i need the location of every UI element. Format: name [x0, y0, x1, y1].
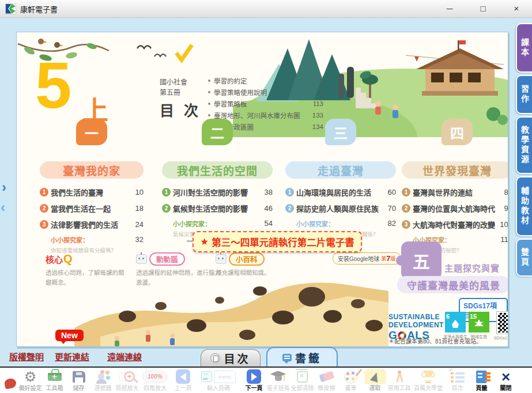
page-tabs-button[interactable]: 頁籤	[470, 368, 493, 392]
toc-entry: 1河川對生活空間的影響38	[162, 187, 273, 198]
google-earth-badge: 安裝Google地球 第7版	[333, 252, 401, 264]
side-tab-textbook[interactable]: 課本	[516, 23, 532, 73]
tab-bookmarks[interactable]: 書籤	[266, 347, 338, 366]
page-input-icon: menu	[201, 371, 236, 383]
unit-4-title: 世界發現臺灣	[402, 161, 508, 179]
magnifier-plus-icon	[119, 371, 135, 383]
side-tab-workbook[interactable]: 習作	[516, 75, 532, 114]
intro-item: 學習策略使用說明6	[208, 88, 323, 97]
side-tab-auxiliary-materials[interactable]: 輔助教材	[516, 176, 532, 236]
remote-connection-link[interactable]: 遠端連線	[107, 350, 142, 362]
window-title: 康軒電子書	[20, 3, 58, 14]
next-page-arrow-icon[interactable]: ›	[2, 182, 6, 193]
robot-icon	[216, 254, 227, 264]
unit-4-icon: 四	[442, 119, 473, 145]
toc-entry: 3大航海時代對臺灣的改變100	[402, 219, 508, 230]
unit-column-4: 四 世界發現臺灣 1臺灣與世界的連結88 2臺灣的位置與大航海時代92 3大航海…	[402, 119, 508, 254]
class-leader-button[interactable]: 電子班長	[266, 368, 290, 392]
grade-number: 5	[35, 55, 71, 116]
toc-entry: 2氣候對生活空間的影響46	[162, 203, 273, 214]
water-drop-icon	[452, 320, 459, 328]
toolbox-button[interactable]: 工具箱	[43, 368, 66, 392]
bullet-icon	[208, 80, 210, 82]
trophy-icon	[421, 371, 435, 383]
page-number-input-button[interactable]: menu 輸入頁碼	[195, 368, 242, 392]
clipboard-icon	[210, 353, 220, 363]
unit-column-2: 二 我們生活的空間 1河川對生活空間的影響38 2氣候對生活空間的影響46 小小…	[162, 119, 273, 238]
corner-zoom-button[interactable]: 100% 四角放大	[139, 368, 171, 392]
side-tab-teaching-resources[interactable]: 教學資源	[516, 116, 532, 174]
legend-brainstorm: 動動腦 透過課程的延伸問題，進行腦力激盪。	[136, 252, 224, 288]
save-icon	[73, 371, 85, 383]
bullet-icon	[208, 114, 210, 116]
clear-all-button[interactable]: 全部清除	[290, 368, 314, 392]
close-window-button[interactable]: ×	[510, 1, 523, 17]
toc-entry: 1臺灣與世界的連結88	[402, 187, 508, 198]
trash-icon	[297, 371, 308, 383]
tab-table-of-contents[interactable]: 目次	[201, 349, 261, 366]
minimize-button[interactable]: ─	[443, 1, 456, 17]
sdg-icon-15: 15 陸域生態	[469, 312, 489, 339]
quiz-hall-button[interactable]: 百萬大學堂	[412, 368, 445, 392]
copyright-link[interactable]: 版權聲明	[9, 350, 44, 362]
intro-item: 學習策略板113	[208, 99, 323, 108]
cursor-icon	[364, 369, 386, 384]
explorer-entry: 小小探究家：32 你知道電視節目有分級嗎？	[51, 235, 144, 254]
robot-icon	[136, 254, 147, 264]
volume-name: 第五冊	[160, 88, 201, 98]
next-page-button[interactable]: 下一頁	[242, 368, 266, 392]
close-app-button[interactable]: × 關閉	[494, 368, 518, 392]
preferences-button[interactable]: 偏好設定	[18, 368, 42, 392]
toc-entry: 2臺灣的位置與大航海時代92	[402, 203, 508, 214]
subject-name: 國小社會	[160, 77, 201, 88]
unit-column-1: 一 臺灣我的家 1我們生活的臺灣10 2當我們生活在一起18 3法律影響我們的生…	[40, 119, 144, 254]
common-tools-button[interactable]: 常用工具	[387, 368, 411, 392]
notice-banner: ★ 第三～四單元請執行第二片電子書	[193, 231, 362, 252]
unit-5-puzzle-icon: 五	[401, 241, 442, 279]
update-links-link[interactable]: 更新連結	[55, 350, 89, 362]
save-button[interactable]: 儲存	[67, 368, 90, 392]
app-logo-icon	[6, 4, 16, 14]
sdg-icon-6: 6 潔淨水與衛生	[443, 312, 467, 339]
book-page[interactable]: 5 上 國小社會 第五冊 目 次 學習的約定2 學習策略使用說明6 學習策略板1…	[16, 32, 508, 347]
gear-icon	[24, 370, 37, 384]
next-arrow-icon	[247, 369, 261, 384]
app-window: 康軒電子書 ─ □ × 課本 習作 教學資源 輔助教材 雙頁 › ‹	[0, 0, 532, 393]
bullet-icon	[208, 103, 210, 105]
star-icon: ★	[200, 236, 209, 247]
number-picker-button[interactable]: 選號器	[91, 368, 115, 392]
book-tabs-icon	[476, 371, 487, 383]
region-zoom-button[interactable]: 局部放大	[115, 368, 139, 392]
mascot-icon	[4, 377, 17, 389]
eraser-button[interactable]: 橡皮擦	[315, 368, 338, 392]
checklist-icon: ✓	[451, 371, 465, 383]
previous-page-button[interactable]: 上一頁	[171, 368, 195, 392]
qr-code-icon	[497, 312, 508, 334]
prev-arrow-icon	[176, 369, 190, 384]
select-tool-button[interactable]: 選取	[363, 368, 387, 392]
bookmark-bubble-icon	[282, 354, 292, 361]
flying-birds-illustration	[135, 39, 213, 63]
unit-2-icon: 二	[202, 119, 233, 145]
palette-icon	[344, 370, 358, 384]
eraser-icon	[319, 371, 334, 383]
close-icon: ×	[501, 370, 510, 384]
toc-entry: 2當我們生活在一起18	[40, 203, 144, 214]
sdg-note: ＊配合課本第80、81頁社會充電站。	[388, 337, 482, 345]
graduation-cap-icon	[270, 371, 286, 383]
toc-button[interactable]: ✓ 目次	[446, 368, 469, 392]
brush-button[interactable]: 畫筆	[339, 368, 363, 392]
side-tab-double-page[interactable]: 雙頁	[516, 239, 532, 277]
prev-page-arrow-icon[interactable]: ‹	[1, 202, 5, 213]
maximize-button[interactable]: □	[477, 1, 489, 17]
unit-column-3: 三 走過臺灣 1山海環境與居民的生活60 2探訪史前人類與原住民族70 小小探究…	[285, 119, 396, 238]
unit-3-title: 走過臺灣	[285, 161, 396, 179]
unit-3-icon: 三	[325, 119, 356, 145]
mascot-button[interactable]	[3, 368, 18, 392]
stage: › ‹	[0, 17, 532, 366]
toc-entry: 1我們生活的臺灣10	[40, 187, 144, 198]
number-picker-icon	[96, 370, 111, 384]
compass-icon	[393, 371, 406, 383]
toc-entry: 3法律影響我們的生活24	[40, 219, 144, 230]
unit-1-title: 臺灣我的家	[40, 161, 144, 179]
